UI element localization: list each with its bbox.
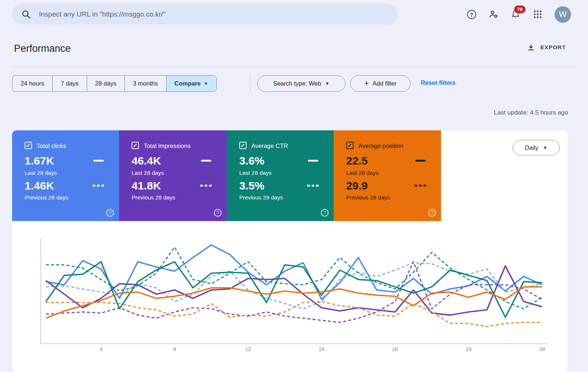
metric-label: Average CTR xyxy=(251,142,288,149)
x-axis-tick-label: 20 xyxy=(388,346,402,352)
notifications-button[interactable]: 79 xyxy=(510,9,521,19)
user-settings-button[interactable] xyxy=(488,9,499,19)
help-icon: ? xyxy=(467,10,476,19)
metric-previous-value: 3.5% xyxy=(239,180,264,192)
help-icon[interactable]: ? xyxy=(321,209,329,217)
solid-line-key-icon xyxy=(415,160,426,162)
last-update-text: Last update: 4.5 hours ago xyxy=(494,109,568,116)
x-axis-tick-label: 28 xyxy=(535,346,549,352)
export-label: EXPORT xyxy=(540,44,566,51)
solid-line-key-icon xyxy=(201,160,211,162)
metric-current-caption: Last 28 days xyxy=(239,170,272,176)
checkbox-average-position[interactable]: ✓ xyxy=(346,142,354,149)
granularity-dropdown[interactable]: Daily ▼ xyxy=(513,140,560,155)
range-3-months[interactable]: 3 months xyxy=(125,76,166,91)
dashed-line-key-icon xyxy=(200,185,213,187)
user-gear-icon xyxy=(488,9,499,20)
checkbox-average-ctr[interactable]: ✓ xyxy=(239,142,247,149)
metric-previous-value: 41.8K xyxy=(132,180,161,192)
x-axis-tick-label: 12 xyxy=(241,346,255,352)
metric-previous-caption: Previous 28 days xyxy=(25,194,68,201)
x-axis-tick-label: 16 xyxy=(314,346,329,352)
help-icon[interactable]: ? xyxy=(106,209,114,217)
plus-icon: + xyxy=(364,79,369,88)
metric-card-total-impressions[interactable]: ✓ Total impressions 46.4K Last 28 days 4… xyxy=(119,130,227,221)
metric-current-value: 22.5 xyxy=(346,155,368,167)
chevron-down-icon: ▼ xyxy=(543,145,548,151)
metric-label: Average position xyxy=(358,142,404,149)
chart-line xyxy=(46,245,542,299)
metric-previous-value: 1.46K xyxy=(25,180,54,192)
help-button[interactable]: ? xyxy=(466,9,477,19)
performance-line-chart[interactable] xyxy=(40,239,548,344)
checkbox-total-impressions[interactable]: ✓ xyxy=(132,142,139,149)
reset-filters-link[interactable]: Reset filters xyxy=(421,79,455,86)
chevron-down-icon: ▼ xyxy=(325,81,330,86)
filter-separator xyxy=(250,75,250,92)
metric-current-value: 3.6% xyxy=(239,155,264,167)
header-actions: ? 79 W xyxy=(466,0,571,29)
help-icon[interactable]: ? xyxy=(428,209,436,217)
add-filter-button[interactable]: + Add filter xyxy=(350,75,410,92)
download-icon xyxy=(527,43,535,51)
range-7-days[interactable]: 7 days xyxy=(52,76,87,91)
dashed-line-key-icon xyxy=(415,185,427,187)
checkbox-total-clicks[interactable]: ✓ xyxy=(25,142,32,149)
metric-card-total-clicks[interactable]: ✓ Total clicks 1.67K Last 28 days 1.46K … xyxy=(12,130,119,221)
solid-line-key-icon xyxy=(93,160,104,162)
chevron-down-icon: ▼ xyxy=(204,81,208,86)
date-range-group: 24 hours 7 days 28 days 3 months Compare… xyxy=(12,75,217,92)
help-icon[interactable]: ? xyxy=(214,209,222,217)
x-axis-tick-label: 24 xyxy=(461,346,476,352)
x-axis-tick-label: 8 xyxy=(167,346,182,352)
metric-current-caption: Last 28 days xyxy=(25,170,57,176)
metric-card-average-ctr[interactable]: ✓ Average CTR 3.6% Last 28 days 3.5% Pre… xyxy=(227,130,334,221)
url-inspect-input[interactable] xyxy=(39,10,370,18)
chart-line xyxy=(46,287,542,318)
search-icon xyxy=(21,10,31,19)
url-inspect-searchbar[interactable] xyxy=(12,4,398,25)
chart-line xyxy=(46,301,542,326)
range-28-days[interactable]: 28 days xyxy=(87,76,125,91)
apps-grid-icon xyxy=(533,10,542,19)
search-console-performance-page: { "header": { "search": { "placeholder":… xyxy=(0,0,588,372)
metric-current-caption: Last 28 days xyxy=(132,170,164,176)
range-24-hours[interactable]: 24 hours xyxy=(12,76,52,91)
dashed-line-key-icon xyxy=(307,185,320,187)
metric-previous-caption: Previous 28 days xyxy=(239,194,283,201)
metric-previous-caption: Previous 28 days xyxy=(346,194,390,201)
metric-current-value: 1.67K xyxy=(25,155,54,167)
divider xyxy=(12,66,576,67)
dashed-line-key-icon xyxy=(93,185,105,187)
search-type-filter[interactable]: Search type: Web ▼ xyxy=(257,75,345,92)
range-compare[interactable]: Compare ▼ xyxy=(166,76,216,91)
export-button[interactable]: EXPORT xyxy=(527,43,566,51)
metric-previous-value: 29.9 xyxy=(346,180,368,192)
avatar[interactable]: W xyxy=(555,6,571,23)
page-title: Performance xyxy=(14,43,71,54)
x-axis-tick-label: 4 xyxy=(94,346,108,352)
metric-card-average-position[interactable]: ✓ Average position 22.5 Last 28 days 29.… xyxy=(334,130,441,221)
metric-previous-caption: Previous 28 days xyxy=(132,194,175,201)
performance-panel: ✓ Total clicks 1.67K Last 28 days 1.46K … xyxy=(12,130,568,372)
metric-label: Total impressions xyxy=(144,142,190,149)
notification-badge: 79 xyxy=(514,6,526,13)
metric-label: Total clicks xyxy=(37,142,66,149)
metric-current-value: 46.4K xyxy=(132,155,161,167)
apps-grid-button[interactable] xyxy=(533,9,543,19)
metric-current-caption: Last 28 days xyxy=(346,170,379,176)
chart-line xyxy=(46,262,542,317)
chart-line xyxy=(46,247,542,309)
solid-line-key-icon xyxy=(308,160,318,162)
